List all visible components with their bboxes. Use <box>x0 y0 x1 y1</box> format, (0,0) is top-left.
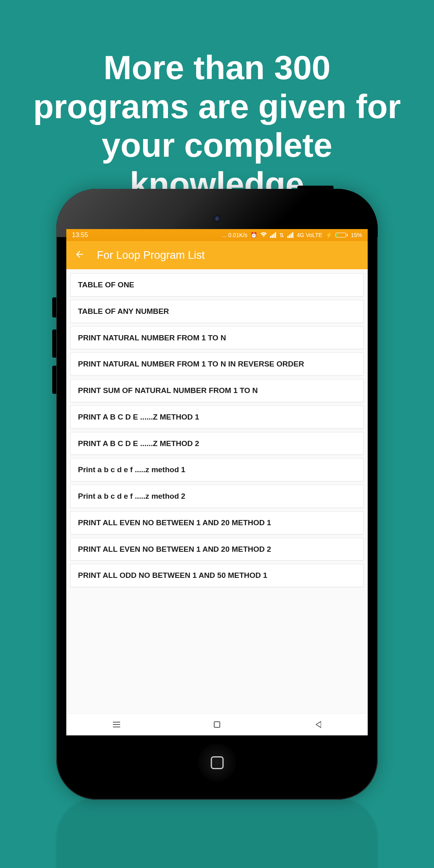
list-item[interactable]: PRINT ALL EVEN NO BETWEEN 1 AND 20 METHO… <box>70 538 364 561</box>
list-item[interactable]: Print a b c d e f .....z method 2 <box>70 485 364 508</box>
list-item[interactable]: PRINT NATURAL NUMBER FROM 1 TO N IN REVE… <box>70 352 364 376</box>
list-item[interactable]: PRINT ALL EVEN NO BETWEEN 1 AND 20 METHO… <box>70 511 364 534</box>
android-nav-bar <box>66 713 368 735</box>
phone-mockup: 13:55 ... 0.01K/s ⏰ ⇅ 4G VoLTE ⚡ 15% <box>56 189 378 800</box>
list-item[interactable]: PRINT NATURAL NUMBER FROM 1 TO N <box>70 326 364 350</box>
program-list[interactable]: TABLE OF ONE TABLE OF ANY NUMBER PRINT N… <box>66 269 368 713</box>
alarm-icon: ⏰ <box>250 232 257 238</box>
recent-apps-icon[interactable] <box>112 720 121 729</box>
status-bar: 13:55 ... 0.01K/s ⏰ ⇅ 4G VoLTE ⚡ 15% <box>66 229 368 241</box>
status-battery-pct: 15% <box>351 232 362 238</box>
wifi-icon <box>260 232 267 238</box>
list-item[interactable]: PRINT A B C D E ......Z METHOD 1 <box>70 405 364 429</box>
status-network-label: 4G VoLTE <box>297 232 322 238</box>
phone-screen: 13:55 ... 0.01K/s ⏰ ⇅ 4G VoLTE ⚡ 15% <box>66 229 368 735</box>
home-icon[interactable] <box>213 720 221 729</box>
data-arrows-icon: ⇅ <box>279 232 284 238</box>
list-item[interactable]: PRINT ALL ODD NO BETWEEN 1 AND 50 METHOD… <box>70 564 364 587</box>
app-bar: For Loop Program List <box>66 241 368 269</box>
app-bar-title: For Loop Program List <box>97 249 205 262</box>
charging-icon: ⚡ <box>326 232 332 238</box>
back-arrow-icon[interactable] <box>74 249 85 262</box>
list-item[interactable]: TABLE OF ONE <box>70 273 364 297</box>
list-item[interactable]: PRINT SUM OF NATURAL NUMBER FROM 1 TO N <box>70 379 364 402</box>
phone-home-button <box>198 743 236 782</box>
signal-icon <box>270 232 276 238</box>
list-item[interactable]: PRINT A B C D E ......Z METHOD 2 <box>70 432 364 455</box>
battery-icon <box>336 233 348 237</box>
list-item[interactable]: Print a b c d e f .....z method 1 <box>70 458 364 481</box>
back-icon[interactable] <box>313 720 322 729</box>
signal-icon-2 <box>287 232 293 238</box>
promo-headline: More than 300 programs are given for you… <box>0 0 434 203</box>
status-data-speed: ... 0.01K/s <box>222 232 247 238</box>
status-time: 13:55 <box>72 231 88 239</box>
phone-camera <box>213 215 221 222</box>
list-item[interactable]: TABLE OF ANY NUMBER <box>70 300 364 323</box>
